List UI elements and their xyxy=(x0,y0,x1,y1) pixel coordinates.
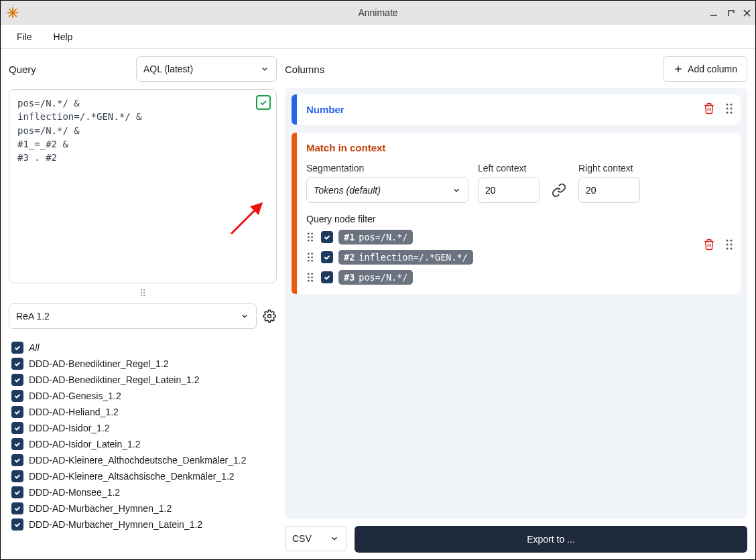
column-card-number: Number xyxy=(292,94,741,125)
drag-handle[interactable] xyxy=(724,238,734,251)
segmentation-select[interactable]: Tokens (default) xyxy=(306,178,468,203)
corpus-item[interactable]: DDD-AD-Murbacher_Hymnen_1.2 xyxy=(11,500,275,516)
right-context-input[interactable] xyxy=(578,178,640,203)
corpus-settings-button[interactable] xyxy=(262,309,277,324)
export-format-select[interactable]: CSV xyxy=(285,526,346,551)
app-window: Annimate File Help Query AQL (latest) po… xyxy=(0,0,756,560)
checkbox-checked-icon[interactable] xyxy=(11,374,23,386)
corpus-item[interactable]: DDD-AD-Isidor_1.2 xyxy=(11,420,275,436)
corpus-item[interactable]: DDD-AD-Kleinere_Althochdeutsche_Denkmäle… xyxy=(11,452,275,468)
column-card-title: Number xyxy=(306,104,730,115)
maximize-button[interactable] xyxy=(727,9,735,17)
segmentation-field: Segmentation Tokens (default) xyxy=(306,163,468,203)
checkbox-checked-icon[interactable] xyxy=(11,390,23,402)
checkbox-checked-icon[interactable] xyxy=(11,438,23,450)
add-column-button[interactable]: Add column xyxy=(663,56,747,82)
menu-help[interactable]: Help xyxy=(54,31,73,42)
corpus-set-select[interactable]: ReA 1.2 xyxy=(9,303,257,329)
query-textarea[interactable]: pos=/N.*/ & inflection=/.*GEN.*/ & pos=/… xyxy=(9,89,277,283)
corpus-item-label: DDD-AD-Isidor_Latein_1.2 xyxy=(29,439,141,449)
corpus-item[interactable]: DDD-AD-Isidor_Latein_1.2 xyxy=(11,436,275,452)
delete-column-button[interactable] xyxy=(703,102,715,115)
corpus-list: All DDD-AD-Benediktiner_Regel_1.2 DDD-AD… xyxy=(9,336,277,553)
left-context-input[interactable] xyxy=(478,178,540,203)
export-button[interactable]: Export to ... xyxy=(355,526,747,553)
column-card-title: Match in context xyxy=(306,142,730,153)
corpus-item[interactable]: DDD-AD-Benediktiner_Regel_1.2 xyxy=(11,356,275,372)
drag-handle[interactable] xyxy=(724,102,734,115)
corpus-item-label: DDD-AD-Kleinere_Altsächsische_Denkmäler_… xyxy=(29,471,235,482)
minimize-button[interactable] xyxy=(709,8,718,17)
svg-point-13 xyxy=(730,243,732,245)
svg-point-1 xyxy=(268,315,271,318)
corpus-item[interactable]: DDD-AD-Genesis_1.2 xyxy=(11,388,275,404)
filter-checkbox[interactable] xyxy=(321,231,333,243)
chevron-down-icon xyxy=(240,311,249,321)
corpus-item[interactable]: DDD-AD-Heliand_1.2 xyxy=(11,404,275,420)
drag-handle[interactable] xyxy=(306,252,316,263)
corpus-item[interactable]: DDD-AD-Benediktiner_Regel_Latein_1.2 xyxy=(11,372,275,388)
filter-num: #2 xyxy=(344,252,355,263)
query-language-select[interactable]: AQL (latest) xyxy=(136,56,277,82)
menu-file[interactable]: File xyxy=(17,31,32,42)
drag-handle[interactable] xyxy=(306,272,316,283)
checkbox-checked-icon[interactable] xyxy=(11,342,23,354)
svg-line-0 xyxy=(231,204,261,234)
checkbox-checked-icon[interactable] xyxy=(11,454,23,466)
query-header: Query AQL (latest) xyxy=(9,56,277,82)
segmentation-value: Tokens (default) xyxy=(314,185,381,196)
filter-checkbox[interactable] xyxy=(321,251,333,263)
delete-column-button[interactable] xyxy=(703,238,715,251)
svg-point-25 xyxy=(311,257,313,259)
checkbox-checked-icon[interactable] xyxy=(11,358,23,370)
filter-row: #3pos=/N.*/ xyxy=(306,270,730,285)
column-card-match: Match in context Segmentation Tokens (de… xyxy=(292,133,741,294)
checkbox-checked-icon[interactable] xyxy=(11,486,23,498)
svg-point-6 xyxy=(726,107,728,109)
filter-pill: #1pos=/N.*/ xyxy=(338,230,413,244)
corpus-set-value: ReA 1.2 xyxy=(16,311,50,322)
corpus-item[interactable]: DDD-AD-Kleinere_Altsächsische_Denkmäler_… xyxy=(11,468,275,484)
link-contexts-toggle[interactable] xyxy=(549,178,569,203)
query-node-filter-label: Query node filter xyxy=(306,214,730,224)
window-controls xyxy=(709,1,751,25)
query-text: pos=/N.*/ & inflection=/.*GEN.*/ & pos=/… xyxy=(17,98,141,163)
trash-icon xyxy=(703,102,715,115)
svg-point-8 xyxy=(726,111,728,113)
svg-point-16 xyxy=(308,232,310,234)
svg-point-4 xyxy=(726,103,728,105)
filter-checkbox[interactable] xyxy=(321,271,333,283)
checkbox-checked-icon[interactable] xyxy=(11,470,23,482)
close-button[interactable] xyxy=(743,9,751,17)
filter-row: #1pos=/N.*/ xyxy=(306,230,730,244)
left-context-field: Left context xyxy=(478,163,540,203)
svg-point-10 xyxy=(726,239,728,241)
svg-point-21 xyxy=(311,240,313,242)
checkbox-checked-icon[interactable] xyxy=(11,406,23,418)
filter-expr: pos=/N.*/ xyxy=(359,272,407,283)
annotation-arrow xyxy=(228,197,268,237)
query-valid-indicator xyxy=(256,95,271,110)
corpus-item-label: DDD-AD-Kleinere_Althochdeutsche_Denkmäle… xyxy=(29,455,247,466)
segmentation-label: Segmentation xyxy=(306,163,468,173)
svg-point-12 xyxy=(726,243,728,245)
corpus-item[interactable]: DDD-AD-Murbacher_Hymnen_Latein_1.2 xyxy=(11,516,275,533)
column-card-actions xyxy=(703,238,734,251)
trash-icon xyxy=(703,238,715,251)
add-column-label: Add column xyxy=(688,64,737,74)
filter-num: #3 xyxy=(344,272,355,283)
right-context-field: Right context xyxy=(578,163,640,203)
titlebar: Annimate xyxy=(1,1,755,25)
filter-expr: inflection=/.*GEN.*/ xyxy=(359,252,468,263)
checkbox-checked-icon[interactable] xyxy=(11,422,23,434)
query-node-filter-list: #1pos=/N.*/ #2inflection=/.*GEN.*/ #3pos… xyxy=(306,230,730,285)
checkbox-checked-icon[interactable] xyxy=(11,502,23,514)
export-format-value: CSV xyxy=(292,533,312,544)
corpus-item[interactable]: DDD-AD-Monsee_1.2 xyxy=(11,484,275,500)
match-settings-row: Segmentation Tokens (default) Left conte… xyxy=(306,163,730,203)
corpus-item-all[interactable]: All xyxy=(11,340,275,356)
checkbox-checked-icon[interactable] xyxy=(11,518,23,531)
vertical-splitter[interactable]: ⠿ xyxy=(9,290,277,297)
drag-handle[interactable] xyxy=(306,232,316,242)
query-label: Query xyxy=(9,64,36,75)
